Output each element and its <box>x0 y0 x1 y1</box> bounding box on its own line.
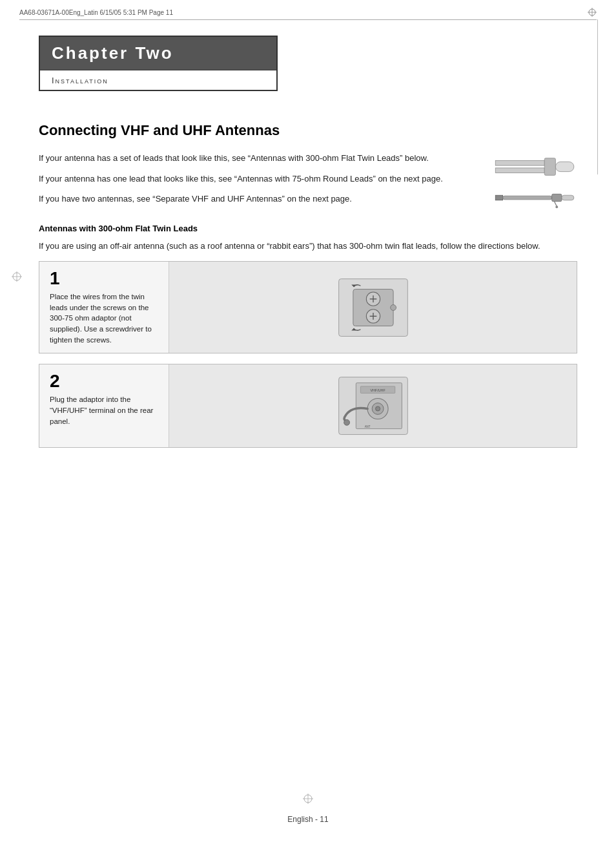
chapter-title: Chapter Two <box>52 43 174 63</box>
crosshair-icon <box>588 8 597 17</box>
subsection-heading: Antennas with 300-ohm Flat Twin Leads <box>39 224 577 233</box>
svg-rect-14 <box>503 196 552 200</box>
step-1-left: 1 Place the wires from the twin leads un… <box>39 262 169 353</box>
round-lead-antenna-diagram <box>493 185 577 210</box>
svg-rect-9 <box>495 161 544 166</box>
step-2-left: 2 Plug the adaptor into the “VHF/UHF” te… <box>39 364 169 447</box>
reg-mark-left <box>12 271 22 284</box>
chapter-subtitle: Installation <box>52 76 108 85</box>
para2: If your antenna has one lead that looks … <box>39 173 474 185</box>
top-bar-right <box>588 8 597 17</box>
svg-rect-10 <box>495 168 544 173</box>
step-2-text: Plug the adaptor into the “VHF/UHF” term… <box>50 394 158 426</box>
step-2-number: 2 <box>50 372 158 390</box>
chapter-title-bar: Chapter Two <box>40 37 276 70</box>
chapter-subtitle-bar: Installation <box>40 70 276 90</box>
content-area: Chapter Two Installation Connecting VHF … <box>39 36 577 458</box>
intro-text-col: If your antenna has a set of leads that … <box>39 152 474 213</box>
antenna-images <box>493 154 577 210</box>
svg-point-36 <box>375 406 380 411</box>
svg-line-17 <box>554 202 557 207</box>
svg-rect-16 <box>562 195 574 200</box>
step-1-illustration <box>322 272 425 343</box>
svg-text:ANT: ANT <box>364 425 370 428</box>
svg-point-37 <box>344 420 349 426</box>
para3: If you have two antennas, see “Separate … <box>39 193 474 205</box>
intro-area: If your antenna has a set of leads that … <box>39 152 577 213</box>
footer: English - 11 <box>0 815 616 824</box>
svg-rect-11 <box>544 158 555 176</box>
section-heading: Connecting VHF and UHF Antennas <box>39 122 577 139</box>
para1: If your antenna has a set of leads that … <box>39 152 474 165</box>
section-heading-text: Connecting VHF and UHF Antennas <box>39 122 280 138</box>
flat-lead-antenna-diagram <box>493 154 577 179</box>
page-label: English - 11 <box>287 815 328 824</box>
svg-point-18 <box>555 205 558 208</box>
step-1-image <box>169 262 577 353</box>
step-2-image: VHF/UHF ANT <box>169 364 577 447</box>
subsection-desc: If you are using an off-air antenna (suc… <box>39 240 577 253</box>
chapter-box: Chapter Two Installation <box>39 36 278 91</box>
top-bar: AA68-03671A-00Eng_Latin 6/15/05 5:31 PM … <box>19 8 597 20</box>
file-info: AA68-03671A-00Eng_Latin 6/15/05 5:31 PM … <box>19 9 173 16</box>
svg-point-27 <box>390 304 396 310</box>
step-2-box: 2 Plug the adaptor into the “VHF/UHF” te… <box>39 364 577 448</box>
step-2-illustration: VHF/UHF ANT <box>322 370 425 441</box>
page: AA68-03671A-00Eng_Latin 6/15/05 5:31 PM … <box>0 0 616 842</box>
reg-mark-bottom <box>303 794 313 806</box>
svg-rect-12 <box>555 162 574 171</box>
svg-text:VHF/UHF: VHF/UHF <box>370 388 385 392</box>
step-1-box: 1 Place the wires from the twin leads un… <box>39 261 577 353</box>
svg-rect-13 <box>495 195 502 200</box>
step-1-number: 1 <box>50 269 158 288</box>
step-1-text: Place the wires from the twin leads unde… <box>50 291 158 345</box>
svg-rect-15 <box>552 194 562 201</box>
right-border-line <box>597 19 598 174</box>
